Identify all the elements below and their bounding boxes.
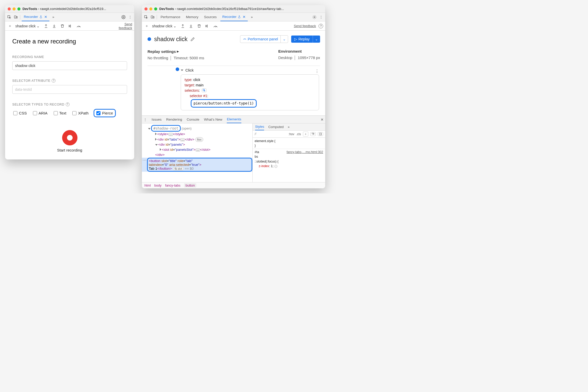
recording-name-input[interactable]	[12, 61, 127, 70]
recording-selector[interactable]: shadow click ⌄	[152, 24, 176, 28]
styles-rules[interactable]: element.style { } #ta fancy-tabs-…mo.htm…	[253, 138, 325, 169]
minimize-icon[interactable]	[13, 7, 16, 10]
selector-type-text[interactable]: Text	[53, 110, 67, 116]
toggle-hov[interactable]: :hov	[288, 132, 294, 136]
info-icon[interactable]: i	[274, 165, 277, 168]
dom-selected-node[interactable]: <button slot="title" role="tab" tabindex…	[142, 158, 252, 172]
styles-tab-styles[interactable]: Styles	[255, 123, 264, 130]
new-recording-icon[interactable]: ＋	[144, 23, 150, 29]
drawer-tab-console[interactable]: Console	[187, 116, 199, 123]
import-icon[interactable]	[188, 23, 194, 29]
performance-panel-button[interactable]: Performance panel ⌄	[240, 35, 288, 43]
selector-attribute-input[interactable]	[12, 85, 127, 94]
import-icon[interactable]	[51, 23, 57, 29]
slot-badge[interactable]: slot	[173, 167, 184, 170]
dom-more-icon[interactable]: ⋯	[142, 158, 146, 163]
styles-filter-input[interactable]: F	[255, 132, 256, 136]
recorder-toolbar: ＋ shadow click ⌄ Send feedback	[5, 21, 134, 31]
kebab-menu-icon[interactable]: ⋮	[128, 15, 133, 20]
selector-type-pierce[interactable]: Pierce	[94, 109, 116, 117]
delete-icon[interactable]	[196, 23, 202, 29]
settings-gear-icon[interactable]	[121, 15, 126, 20]
drawer-close-icon[interactable]: ✕	[321, 118, 324, 122]
tab-recorder[interactable]: Recorder ✕	[220, 13, 248, 21]
help-icon[interactable]: ?	[66, 102, 70, 106]
paint-icon[interactable]	[310, 132, 316, 136]
speed-icon[interactable]	[76, 23, 82, 29]
export-icon[interactable]	[180, 23, 186, 29]
inspect-element-icon[interactable]	[7, 15, 12, 20]
crumb-fancy-tabs[interactable]: fancy-tabs	[165, 183, 180, 187]
shadow-root-highlight: #shadow-root	[151, 125, 181, 132]
crumb-button[interactable]: button	[184, 183, 196, 188]
tab-recorder[interactable]: Recorder ✕	[22, 13, 49, 21]
caret-right-icon[interactable]	[155, 138, 157, 141]
devtools-window-right: DevTools - rawgit.com/ebidel/2d2bb0cdec3…	[142, 5, 325, 188]
drawer-menu-icon[interactable]: ⋮	[143, 118, 147, 122]
close-icon[interactable]	[8, 7, 11, 10]
new-recording-icon[interactable]: ＋	[7, 23, 13, 29]
inspect-element-icon[interactable]	[143, 15, 149, 20]
chevron-down-icon: ⌄	[37, 24, 40, 28]
help-icon[interactable]: ?	[52, 79, 55, 83]
speed-icon[interactable]	[213, 23, 218, 29]
drawer-tab-elements[interactable]: Elements	[227, 116, 241, 123]
elements-dom-tree[interactable]: #shadow-root (open) <style>…</style> <di…	[142, 123, 252, 182]
record-button[interactable]	[62, 130, 77, 145]
selector-type-css[interactable]: CSS	[12, 110, 28, 116]
minimize-icon[interactable]	[149, 7, 152, 10]
panel-dock-icon[interactable]	[318, 132, 323, 136]
caret-down-icon[interactable]	[155, 144, 158, 146]
styles-tab-computed[interactable]: Computed	[268, 123, 284, 130]
help-circle-icon[interactable]: ?	[319, 24, 323, 28]
step-menu-icon[interactable]: ⋮	[315, 69, 319, 74]
replay-button[interactable]: ▷Replay ⌄	[291, 36, 320, 43]
settings-gear-icon[interactable]	[312, 15, 317, 20]
export-icon[interactable]	[43, 23, 49, 29]
zoom-icon[interactable]	[17, 7, 20, 10]
selector-type-aria[interactable]: ARIA	[32, 110, 49, 116]
tab-performance[interactable]: Performance	[159, 13, 182, 21]
zoom-icon[interactable]	[154, 7, 157, 10]
titlebar: DevTools - rawgit.com/ebidel/2d2bb0cdec3…	[142, 5, 325, 13]
close-tab-icon[interactable]: ✕	[243, 15, 246, 19]
replay-settings-toggle[interactable]: Replay settings ▸	[148, 49, 204, 54]
caret-right-icon[interactable]	[160, 148, 161, 151]
caret-right-icon[interactable]	[155, 133, 157, 135]
toggle-cls[interactable]: .cls	[296, 132, 301, 136]
drawer-tab-issues[interactable]: Issues	[152, 116, 162, 123]
close-icon[interactable]	[144, 7, 148, 10]
separator	[157, 15, 157, 19]
step-icon[interactable]	[68, 23, 73, 29]
tab-memory[interactable]: Memory	[184, 13, 200, 21]
tab-sources[interactable]: Sources	[202, 13, 219, 21]
styles-pane: Styles Computed » F :hov .cls ＋ element.…	[252, 123, 325, 182]
add-rule-icon[interactable]: ＋	[303, 132, 308, 136]
device-toolbar-icon[interactable]	[13, 15, 18, 20]
send-feedback-link[interactable]: Send feedback	[117, 22, 132, 30]
close-tab-icon[interactable]: ✕	[44, 15, 47, 19]
environment-viewport: 1095×778 px	[298, 55, 320, 60]
more-tabs-icon[interactable]: »	[249, 15, 254, 20]
more-tabs-icon[interactable]: »	[51, 15, 56, 20]
recording-selector[interactable]: shadow click ⌄	[15, 24, 40, 28]
send-feedback-link[interactable]: Send feedback	[294, 24, 316, 28]
selector-type-xpath[interactable]: XPath	[71, 110, 89, 116]
more-tabs-icon[interactable]: »	[288, 125, 289, 129]
caret-down-icon[interactable]	[148, 128, 151, 130]
chevron-down-icon[interactable]: ⌄	[313, 36, 320, 43]
edit-pencil-icon[interactable]	[190, 37, 195, 41]
crumb-html[interactable]: html	[144, 183, 151, 187]
source-link[interactable]: fancy-tabs-…mo.html:302	[287, 150, 323, 154]
drawer-tab-whatsnew[interactable]: What's New	[204, 116, 222, 123]
chevron-down-icon[interactable]: ⌄	[280, 36, 288, 43]
kebab-menu-icon[interactable]: ⋮	[319, 15, 324, 20]
crumb-body[interactable]: body	[154, 183, 162, 187]
device-toolbar-icon[interactable]	[150, 15, 155, 20]
drawer-tab-rendering[interactable]: Rendering	[166, 116, 182, 123]
flex-badge[interactable]: flex	[195, 137, 203, 142]
step-header[interactable]: Click	[181, 68, 194, 72]
delete-icon[interactable]	[60, 23, 65, 29]
pick-element-icon[interactable]	[202, 88, 207, 92]
step-icon[interactable]	[205, 23, 210, 29]
